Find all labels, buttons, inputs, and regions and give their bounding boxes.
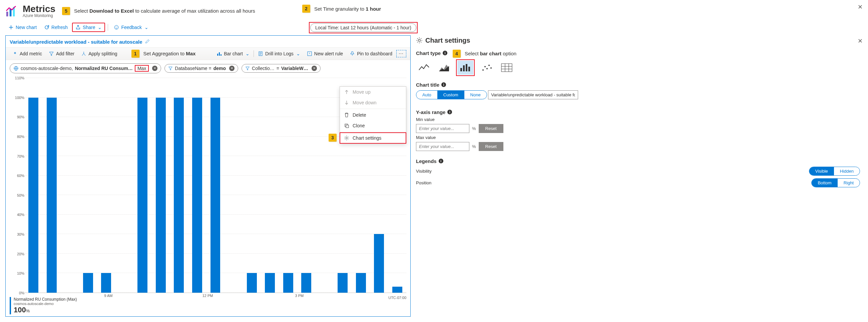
yaxis-label: Y-axis rangei (416, 109, 860, 115)
position-toggle[interactable]: Bottom Right (811, 178, 860, 187)
callout-badge-5: 5 (62, 7, 70, 15)
refresh-button[interactable]: Refresh (41, 23, 71, 32)
title-none[interactable]: None (464, 91, 487, 99)
filter-db-pill[interactable]: DatabaseName = demo ✕ (164, 64, 238, 73)
new-chart-button[interactable]: New chart (5, 23, 40, 32)
title-auto[interactable]: Auto (416, 91, 437, 99)
x-axis: 9 AM12 PM3 PM (24, 294, 406, 300)
menu-chart-settings[interactable]: Chart settings (340, 132, 406, 144)
svg-rect-17 (463, 65, 465, 71)
y-tick: 70% (17, 154, 24, 158)
bar (283, 273, 293, 293)
chart-type-scatter[interactable] (479, 61, 495, 75)
menu-delete[interactable]: Delete (340, 110, 406, 120)
chart-title-input[interactable] (488, 90, 578, 99)
toolbar-top: New chart Refresh Share ⌄ Feedback ⌄ Loc… (5, 20, 863, 35)
bar (101, 273, 111, 293)
svg-rect-16 (460, 68, 462, 71)
drill-logs-button[interactable]: Drill into Logs⌄ (255, 50, 303, 58)
y-tick: 80% (17, 135, 24, 139)
timezone-label: UTC-07:00 (388, 296, 406, 300)
x-tick: 9 AM (104, 294, 113, 298)
info-icon[interactable]: i (439, 159, 443, 163)
unit-label: % (472, 126, 476, 131)
svg-point-24 (490, 67, 492, 69)
y-tick: 0% (19, 291, 24, 295)
legend-title: Normalized RU Consumption (Max) (14, 297, 77, 302)
aggregation-highlight: Max (135, 65, 149, 72)
bar (265, 273, 275, 293)
svg-point-5 (117, 27, 118, 27)
svg-rect-7 (219, 52, 220, 56)
bar (83, 273, 93, 293)
svg-point-20 (483, 69, 484, 71)
x-tick: 12 PM (203, 294, 213, 298)
svg-point-23 (488, 65, 490, 66)
svg-rect-6 (217, 54, 218, 56)
close-panel-icon[interactable]: ✕ (858, 37, 863, 45)
info-icon[interactable]: i (443, 51, 447, 55)
filter-collection-pill[interactable]: Collectio… = VariableW… ✕ (242, 64, 320, 73)
info-icon[interactable]: i (441, 82, 446, 87)
copy-icon (344, 123, 349, 128)
page-title: Metrics (23, 4, 55, 14)
visibility-visible[interactable]: Visible (809, 167, 834, 175)
more-menu-button[interactable]: ⋯ (396, 50, 406, 57)
page-header: Metrics Azure Monitoring 5 Select Downlo… (5, 3, 863, 20)
remove-pill-icon[interactable]: ✕ (312, 66, 317, 71)
svg-rect-1 (10, 9, 12, 16)
max-value-input[interactable] (416, 142, 469, 151)
position-bottom[interactable]: Bottom (812, 179, 837, 187)
callout-badge-3: 3 (329, 134, 337, 142)
metric-pill[interactable]: cosmos-autoscale-demo, Normalized RU Con… (10, 63, 161, 73)
remove-pill-icon[interactable]: ✕ (229, 66, 235, 71)
reset-min-button[interactable]: Reset (479, 124, 503, 133)
pin-icon (350, 51, 355, 56)
y-tick: 10% (17, 271, 24, 275)
visibility-hidden[interactable]: Hidden (834, 167, 860, 175)
feedback-button[interactable]: Feedback ⌄ (111, 23, 151, 32)
chart-panel: Variable/unpredictable workload - suitab… (5, 35, 411, 317)
y-axis: 0%10%20%30%40%50%60%70%80%90%100%110% (9, 78, 24, 293)
visibility-label: Visibility (416, 169, 432, 174)
edit-title-icon[interactable] (145, 39, 150, 45)
bar (28, 98, 38, 293)
min-value-label: Min value (416, 117, 860, 122)
remove-pill-icon[interactable]: ✕ (152, 66, 157, 71)
max-value-label: Max value (416, 135, 860, 140)
pin-button[interactable]: Pin to dashboard (347, 50, 395, 58)
chart-title-mode[interactable]: Auto Custom None (416, 90, 487, 99)
title-custom[interactable]: Custom (437, 91, 464, 99)
bar (301, 273, 311, 293)
chart-type-line[interactable] (416, 61, 432, 75)
visibility-toggle[interactable]: Visible Hidden (809, 167, 860, 176)
new-alert-button[interactable]: New alert rule (304, 50, 346, 58)
share-button[interactable]: Share ⌄ (72, 23, 105, 32)
apply-splitting-button[interactable]: Apply splitting (79, 50, 120, 58)
chart-type-area[interactable] (436, 61, 452, 75)
chart-type-bar[interactable] (457, 61, 473, 75)
chart-title-section-label: Chart titlei (416, 82, 860, 88)
reset-max-button[interactable]: Reset (479, 142, 503, 151)
bar (156, 98, 166, 293)
legend: Normalized RU Consumption (Max) cosmos-a… (10, 297, 77, 314)
position-right[interactable]: Right (838, 179, 860, 187)
time-range-picker[interactable]: Local Time: Last 12 hours (Automatic - 1… (310, 23, 416, 32)
chart-type-dropdown[interactable]: Bar chart⌄ (214, 50, 252, 58)
close-icon[interactable]: ✕ (858, 3, 863, 11)
callout-5: 5 Select Download to Excel to calculate … (62, 7, 255, 15)
context-menu: Move up Move down Delete Clone 3 (340, 86, 406, 144)
chart-type-grid[interactable] (499, 61, 515, 75)
add-filter-button[interactable]: Add filter (46, 50, 77, 58)
chart-type-bar-highlight (456, 59, 475, 76)
chart-type-picker (416, 59, 860, 76)
info-icon[interactable]: i (447, 110, 452, 114)
add-metric-button[interactable]: Add metric (10, 50, 45, 58)
bar (192, 98, 202, 293)
filter-icon (245, 66, 250, 71)
time-range-highlight: Local Time: Last 12 hours (Automatic - 1… (309, 22, 417, 33)
y-tick: 30% (17, 232, 24, 236)
menu-clone[interactable]: Clone (340, 120, 406, 131)
min-value-input[interactable] (416, 124, 469, 133)
svg-rect-25 (501, 64, 512, 72)
